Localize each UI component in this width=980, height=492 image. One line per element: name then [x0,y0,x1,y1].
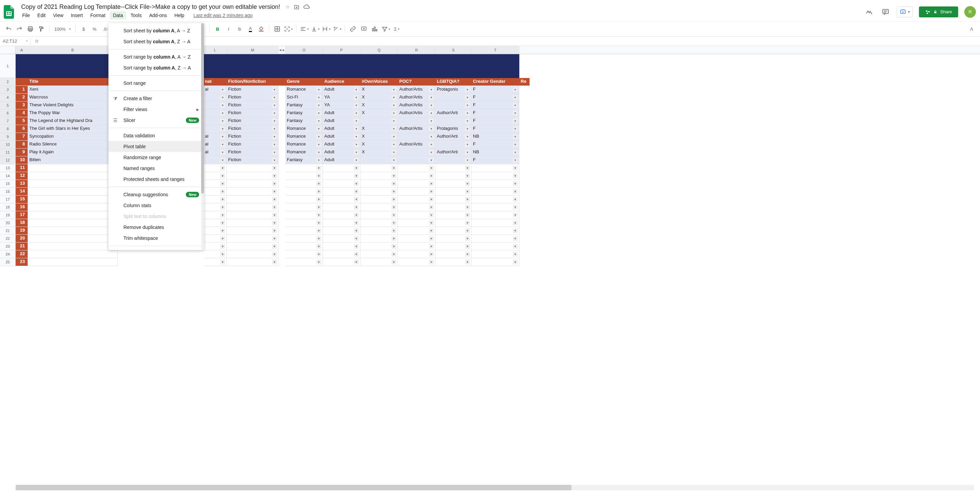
empty-cell[interactable] [285,227,323,235]
zoom-select[interactable]: 100% [52,27,73,32]
data-cell[interactable]: Protagonis [436,125,472,133]
empty-cell[interactable] [360,258,398,266]
empty-cell[interactable] [360,164,398,172]
data-cell[interactable]: 4 [16,110,28,117]
empty-cell[interactable] [227,180,278,188]
row-header[interactable]: 3 [0,86,16,94]
strike-button[interactable]: S [234,24,245,34]
col-header-Q[interactable]: Q [360,46,398,54]
row-header[interactable]: 6 [0,110,16,117]
col-header-R[interactable]: R [398,46,436,54]
data-cell[interactable]: Adult [323,133,360,141]
empty-cell[interactable] [204,211,227,219]
data-cell[interactable]: NB [472,149,519,156]
header-cell[interactable]: Creator Gender [472,78,519,86]
data-cell[interactable] [360,156,398,164]
empty-cell[interactable]: 22 [16,251,28,258]
empty-cell[interactable] [323,243,360,251]
data-cell[interactable]: Fiction [227,94,278,102]
data-cell[interactable]: Fiction [227,86,278,94]
data-cell[interactable] [436,102,472,110]
data-cell[interactable]: Xeni [28,86,118,94]
empty-cell[interactable] [285,180,323,188]
empty-cell[interactable] [227,188,278,195]
last-edit-link[interactable]: Last edit was 2 minutes ago [193,13,253,18]
bold-button[interactable]: B [212,24,223,34]
data-cell[interactable]: NB [472,133,519,141]
row-header[interactable]: 5 [0,102,16,110]
empty-cell[interactable] [360,227,398,235]
menu-column-stats[interactable]: Column stats [108,200,204,211]
empty-cell[interactable] [204,195,227,203]
data-cell[interactable] [436,156,472,164]
empty-cell[interactable] [323,195,360,203]
data-cell[interactable] [204,102,227,110]
col-header-A[interactable]: A [16,46,28,54]
row-header[interactable]: 13 [0,164,16,172]
empty-cell[interactable] [323,258,360,266]
col-header-S[interactable]: S [436,46,472,54]
data-cell[interactable]: Adult [323,149,360,156]
empty-cell[interactable] [436,203,472,211]
empty-cell[interactable] [436,211,472,219]
share-button[interactable]: Share [919,6,958,17]
empty-cell[interactable] [204,243,227,251]
empty-cell[interactable]: 20 [16,235,28,243]
empty-cell[interactable] [398,258,436,266]
empty-cell[interactable] [472,195,519,203]
activity-chart-icon[interactable] [864,7,874,17]
empty-cell[interactable] [28,172,118,180]
data-cell[interactable]: Author/Artis [398,94,436,102]
empty-cell[interactable] [398,211,436,219]
data-cell[interactable]: YA [323,102,360,110]
data-cell[interactable]: al [204,149,227,156]
empty-cell[interactable] [28,258,118,266]
data-cell[interactable]: 6 [16,125,28,133]
menu-data-validation[interactable]: Data validation [108,130,204,141]
empty-cell[interactable] [285,203,323,211]
empty-cell[interactable] [285,164,323,172]
data-cell[interactable]: F [472,86,519,94]
data-cell[interactable]: Romance [285,141,323,149]
hidden-cols-right-indicator[interactable]: ▸ [282,46,285,54]
data-cell[interactable]: 5 [16,117,28,125]
data-cell[interactable] [398,117,436,125]
empty-cell[interactable] [436,219,472,227]
h-align-button[interactable] [299,24,309,34]
data-cell[interactable]: X [360,125,398,133]
data-cell[interactable] [436,141,472,149]
empty-cell[interactable] [360,172,398,180]
data-cell[interactable]: Author/Artis [398,110,436,117]
data-cell[interactable]: Fantasy [285,117,323,125]
data-cell[interactable]: X [360,141,398,149]
empty-cell[interactable]: 15 [16,195,28,203]
header-cell[interactable]: Fiction/Nonfiction [227,78,278,86]
data-cell[interactable] [204,110,227,117]
empty-cell[interactable] [436,243,472,251]
data-cell[interactable] [398,149,436,156]
data-cell[interactable]: Author/Artis [398,86,436,94]
row-header[interactable]: 12 [0,156,16,164]
data-cell[interactable]: al [204,141,227,149]
empty-cell[interactable] [204,251,227,258]
empty-cell[interactable]: 14 [16,188,28,195]
link-button[interactable] [348,24,358,34]
data-cell[interactable]: Author/Arti [436,110,472,117]
data-cell[interactable]: Adult [323,156,360,164]
comment-button[interactable] [359,24,369,34]
functions-button[interactable]: Σ [391,24,402,34]
empty-cell[interactable] [204,219,227,227]
currency-button[interactable]: $ [78,24,89,34]
empty-cell[interactable] [28,188,118,195]
empty-cell[interactable] [285,219,323,227]
filter-button[interactable] [380,24,391,34]
menu-filter-views[interactable]: Filter views▶ [108,104,204,115]
empty-cell[interactable] [285,243,323,251]
col-header-O[interactable]: O [285,46,323,54]
empty-cell[interactable] [323,235,360,243]
empty-cell[interactable] [28,227,118,235]
menu-sort-sheet-za[interactable]: Sort sheet by column A, Z → A [108,36,204,47]
empty-cell[interactable] [118,251,204,258]
hidden-cols-left-indicator[interactable]: ◂ [278,46,282,54]
data-cell[interactable]: Fiction [227,156,278,164]
